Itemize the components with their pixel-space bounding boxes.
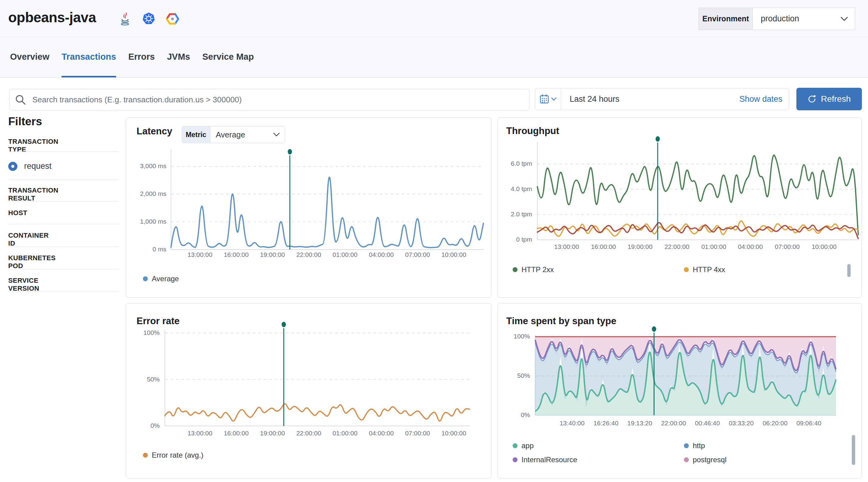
kubernetes-icon [142,12,155,26]
filter-section-service-version: SERVICE VERSION [8,277,39,292]
radio-selected-icon[interactable] [8,162,18,171]
show-dates-link[interactable]: Show dates [739,94,782,104]
y-axis-tick-label: 3,000 ms [121,162,166,170]
legend-dot-icon [143,276,148,281]
chevron-down-icon [840,8,855,30]
time-spent-by-span-type-panel: Time spent by span type app http Interna… [497,303,862,478]
refresh-icon [807,94,816,104]
search-icon [15,94,27,106]
y-axis-tick-label: 0 ms [121,246,166,253]
y-axis-tick-label: 0% [484,411,530,419]
filter-option-request[interactable]: request [8,161,52,171]
x-axis-tick-label: 10:00:00 [803,243,845,251]
x-axis-tick-label: 01:00:00 [692,243,735,251]
legend-scrollbar[interactable] [852,435,855,465]
date-picker: Last 24 hours Show dates [535,88,789,110]
tab-errors[interactable]: Errors [128,37,155,77]
tab-overview[interactable]: Overview [10,37,50,77]
x-axis-tick-label: 10:00:00 [432,429,475,437]
x-axis-tick-label: 19:00:00 [619,243,661,251]
time-range-label[interactable]: Last 24 hours [569,94,620,104]
divider [8,224,119,224]
search-transactions-field [9,89,529,110]
filter-section-host: HOST [8,209,27,217]
page-header: opbeans-java Environment production [0,0,868,37]
environment-select-value: production [753,8,840,30]
refresh-button-label: Refresh [821,94,850,104]
legend-item-postgresql[interactable]: postgresql [684,455,726,464]
legend-scrollbar[interactable] [847,264,850,277]
legend-item-app[interactable]: app [513,441,534,450]
filters-title: Filters [8,115,42,128]
y-axis-tick-label: 1,000 ms [121,218,166,225]
legend-item-internalresource[interactable]: InternalResource [513,455,577,464]
legend-item-http-2xx[interactable]: HTTP 2xx [513,265,554,274]
java-icon [119,12,132,26]
divider [8,269,119,269]
y-axis-tick-label: 0 tpm [487,236,532,243]
legend-dot-icon [684,267,689,272]
y-axis-tick-label: 0% [114,422,160,429]
x-axis-tick-label: 04:00:00 [729,243,772,251]
service-tabs: Overview Transactions Errors JVMs Servic… [0,37,868,78]
filter-section-container-id: CONTAINER ID [8,231,49,247]
legend-label: HTTP 4xx [693,265,725,274]
legend-label: InternalResource [522,455,577,464]
google-cloud-icon [166,12,179,26]
legend-label: Average [152,275,179,283]
legend-item-http[interactable]: http [684,441,705,450]
legend-label: postgresql [693,455,726,464]
filter-section-transaction-result: TRANSACTION RESULT [8,187,59,202]
legend-item-average[interactable]: Average [143,274,179,283]
throughput-panel: Throughput HTTP 2xx HTTP 4xx 13:00:0016:… [497,117,862,298]
environment-select-label: Environment [699,8,753,30]
filter-option-label: request [24,161,52,171]
y-axis-tick-label: 2,000 ms [121,190,166,197]
legend-label: HTTP 2xx [522,265,554,274]
legend-item-error-rate[interactable]: Error rate (avg.) [143,451,203,460]
refresh-button[interactable]: Refresh [796,88,862,110]
legend-dot-icon [684,457,689,462]
divider [8,247,119,247]
legend-dot-icon [513,443,518,448]
filter-section-kubernetes-pod: KUBERNETES POD [8,254,56,270]
calendar-button[interactable] [535,88,561,110]
x-axis-tick-label: 16:00:00 [582,243,625,251]
x-axis-tick-label: 07:00:00 [766,243,809,251]
divider [8,201,119,202]
legend-label: http [693,442,705,450]
latency-panel: Latency Metric Average Average 13:00:001… [126,117,491,298]
divider [8,292,119,292]
x-axis-tick-label: 09:06:40 [787,420,830,427]
time-spent-chart-canvas[interactable] [498,303,862,479]
chevron-down-icon [551,97,557,101]
environment-select[interactable]: Environment production [699,8,855,30]
x-axis-tick-label: 10:00:00 [432,251,475,258]
tab-jvms[interactable]: JVMs [167,37,190,77]
legend-dot-icon [513,267,518,272]
x-axis-tick-label: 22:00:00 [656,243,698,251]
y-axis-tick-label: 4.0 tpm [487,185,532,193]
calendar-icon [539,94,549,104]
y-axis-tick-label: 50% [114,376,160,383]
tab-service-map[interactable]: Service Map [203,37,254,77]
search-input[interactable] [9,89,529,110]
y-axis-tick-label: 100% [114,329,160,336]
legend-label: Error rate (avg.) [152,451,203,459]
tab-transactions[interactable]: Transactions [62,37,116,77]
legend-dot-icon [684,443,689,448]
y-axis-tick-label: 50% [484,372,530,379]
legend-label: app [522,442,534,450]
y-axis-tick-label: 2.0 tpm [487,211,532,218]
legend-dot-icon [143,453,148,458]
error-rate-panel: Error rate Error rate (avg.) 13:00:0016:… [126,303,491,478]
x-axis-tick-label: 13:00:00 [545,243,588,251]
latency-chart-canvas[interactable] [126,118,492,298]
legend-item-http-4xx[interactable]: HTTP 4xx [684,265,725,274]
divider [8,180,119,180]
legend-dot-icon [513,457,518,462]
y-axis-tick-label: 100% [484,333,530,340]
service-name-title: opbeans-java [8,9,96,26]
y-axis-tick-label: 6.0 tpm [487,160,532,167]
